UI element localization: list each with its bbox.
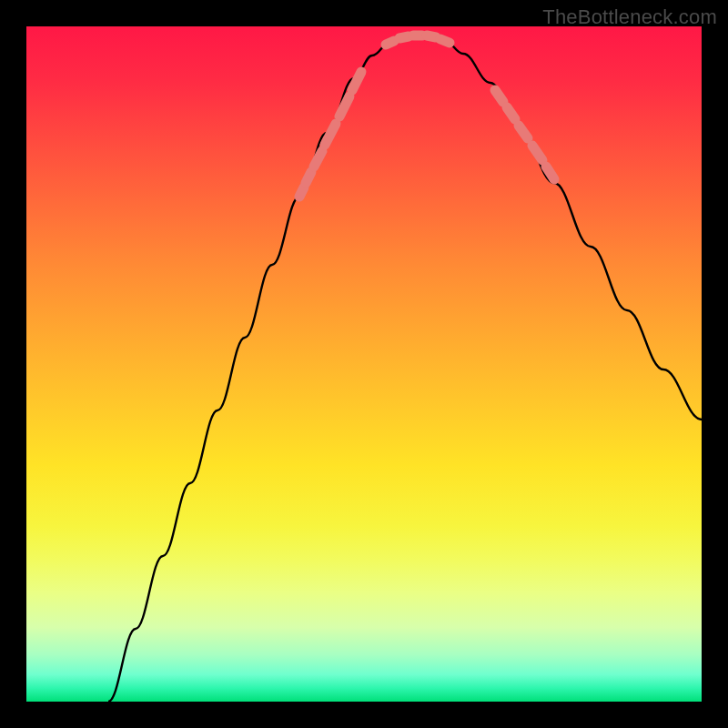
highlight-dash [306,172,311,183]
highlight-markers [299,35,554,197]
highlight-dash [440,39,450,43]
highlight-dash [325,124,336,145]
chart-plot-area [26,26,702,702]
highlight-dash [532,146,542,160]
highlight-dash [427,35,436,37]
highlight-dash [339,96,349,116]
bottleneck-curve-path [108,35,702,702]
highlight-dash [546,167,554,179]
highlight-dash [495,90,503,102]
highlight-dash [386,41,394,45]
curve-svg [26,26,702,702]
highlight-dash [352,72,361,90]
highlight-dash [519,126,528,138]
highlight-dash [399,36,409,38]
highlight-dash [299,187,304,197]
highlight-dash [507,107,515,119]
